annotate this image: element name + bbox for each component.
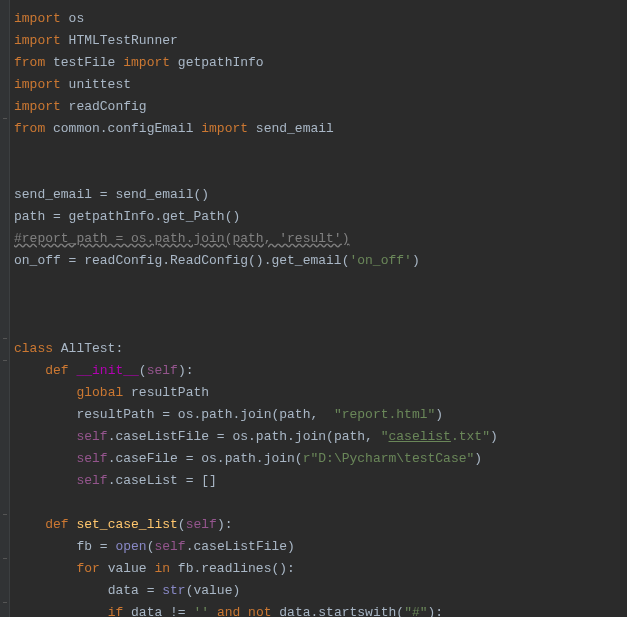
code-line[interactable]: send_email = send_email() bbox=[14, 184, 498, 206]
code-line[interactable]: if data != '' and not data.startswith("#… bbox=[14, 602, 498, 617]
code-token: "#" bbox=[404, 605, 427, 617]
code-token: " bbox=[381, 429, 389, 444]
code-token: resultPath = os.path.join(path bbox=[76, 407, 310, 422]
code-token: from bbox=[14, 55, 53, 70]
code-token: caselist bbox=[389, 429, 451, 444]
code-line[interactable]: def __init__(self): bbox=[14, 360, 498, 382]
code-token: import bbox=[201, 121, 256, 136]
code-token: unittest bbox=[69, 77, 131, 92]
code-token: and not bbox=[217, 605, 279, 617]
code-token bbox=[14, 583, 108, 598]
code-token: , bbox=[310, 407, 333, 422]
code-token: for bbox=[76, 561, 107, 576]
code-line[interactable]: global resultPath bbox=[14, 382, 498, 404]
code-line[interactable] bbox=[14, 272, 498, 294]
code-token bbox=[14, 407, 76, 422]
code-token: set_case_list bbox=[76, 517, 177, 532]
code-token: self bbox=[154, 539, 185, 554]
code-token: fb = bbox=[76, 539, 115, 554]
code-token: from bbox=[14, 121, 53, 136]
code-line[interactable] bbox=[14, 492, 498, 514]
code-token: resultPath bbox=[131, 385, 209, 400]
code-token: ( bbox=[139, 363, 147, 378]
code-token: readConfig bbox=[69, 99, 147, 114]
code-line[interactable]: import os bbox=[14, 8, 498, 30]
code-token: ) bbox=[435, 407, 443, 422]
code-line[interactable] bbox=[14, 316, 498, 338]
code-line[interactable]: on_off = readConfig.ReadConfig().get_ema… bbox=[14, 250, 498, 272]
code-token: data != bbox=[131, 605, 193, 617]
code-token: testFile bbox=[53, 55, 123, 70]
code-token: .caseFile = os.path.join( bbox=[108, 451, 303, 466]
code-line[interactable]: from common.configEmail import send_emai… bbox=[14, 118, 498, 140]
code-token: .caseListFile) bbox=[186, 539, 295, 554]
code-token bbox=[14, 561, 76, 576]
code-token: r"D:\Pycharm\testCase" bbox=[303, 451, 475, 466]
code-token: ) bbox=[490, 429, 498, 444]
code-token: send_email bbox=[256, 121, 334, 136]
code-line[interactable]: import HTMLTestRunner bbox=[14, 30, 498, 52]
code-token: .caseList = [] bbox=[108, 473, 217, 488]
code-token: "report.html" bbox=[334, 407, 435, 422]
code-line[interactable]: import readConfig bbox=[14, 96, 498, 118]
code-token bbox=[14, 451, 76, 466]
code-line[interactable]: class AllTest: bbox=[14, 338, 498, 360]
code-token bbox=[14, 473, 76, 488]
code-token bbox=[14, 605, 108, 617]
code-line[interactable]: import unittest bbox=[14, 74, 498, 96]
code-line[interactable] bbox=[14, 140, 498, 162]
code-token: import bbox=[123, 55, 178, 70]
code-token: value bbox=[108, 561, 155, 576]
code-token: self bbox=[76, 429, 107, 444]
code-token: getpathInfo bbox=[178, 55, 264, 70]
code-line[interactable]: self.caseList = [] bbox=[14, 470, 498, 492]
code-token: if bbox=[108, 605, 131, 617]
code-line[interactable]: path = getpathInfo.get_Path() bbox=[14, 206, 498, 228]
code-token: common.configEmail bbox=[53, 121, 201, 136]
code-line[interactable]: fb = open(self.caseListFile) bbox=[14, 536, 498, 558]
code-token bbox=[14, 429, 76, 444]
code-token bbox=[14, 385, 76, 400]
code-token: open bbox=[115, 539, 146, 554]
code-token: ): bbox=[178, 363, 194, 378]
code-token bbox=[14, 363, 45, 378]
code-token: '' bbox=[193, 605, 209, 617]
code-token: self bbox=[76, 451, 107, 466]
code-token: on_off = readConfig.ReadConfig().get_ema… bbox=[14, 253, 349, 268]
code-token: (value) bbox=[186, 583, 241, 598]
code-token: path = getpathInfo.get_Path() bbox=[14, 209, 240, 224]
code-line[interactable]: resultPath = os.path.join(path, "report.… bbox=[14, 404, 498, 426]
code-token: .caseListFile = os.path.join(path bbox=[108, 429, 365, 444]
code-line[interactable]: data = str(value) bbox=[14, 580, 498, 602]
code-line[interactable]: self.caseListFile = os.path.join(path, "… bbox=[14, 426, 498, 448]
code-token: data.startswith( bbox=[279, 605, 404, 617]
gutter bbox=[0, 0, 10, 617]
code-token: import bbox=[14, 99, 69, 114]
code-token: import bbox=[14, 77, 69, 92]
code-line[interactable]: for value in fb.readlines(): bbox=[14, 558, 498, 580]
code-token: 'on_off' bbox=[349, 253, 411, 268]
code-editor[interactable]: import osimport HTMLTestRunnerfrom testF… bbox=[10, 0, 498, 617]
code-token: data = bbox=[108, 583, 163, 598]
code-token: os bbox=[69, 11, 85, 26]
code-token: #report_path = os.path.join(path, 'resul… bbox=[14, 231, 349, 246]
code-line[interactable]: from testFile import getpathInfo bbox=[14, 52, 498, 74]
code-token: str bbox=[162, 583, 185, 598]
code-line[interactable]: def set_case_list(self): bbox=[14, 514, 498, 536]
code-token: ): bbox=[428, 605, 444, 617]
code-token: ) bbox=[474, 451, 482, 466]
code-token: self bbox=[186, 517, 217, 532]
code-token: .txt" bbox=[451, 429, 490, 444]
code-token: ( bbox=[178, 517, 186, 532]
code-token bbox=[14, 517, 45, 532]
code-token: ) bbox=[412, 253, 420, 268]
code-line[interactable] bbox=[14, 162, 498, 184]
code-token: HTMLTestRunner bbox=[69, 33, 178, 48]
code-line[interactable] bbox=[14, 294, 498, 316]
code-token: def bbox=[45, 517, 76, 532]
code-token: send_email = send_email() bbox=[14, 187, 209, 202]
code-token: AllTest: bbox=[61, 341, 123, 356]
code-token: ): bbox=[217, 517, 233, 532]
code-line[interactable]: self.caseFile = os.path.join(r"D:\Pychar… bbox=[14, 448, 498, 470]
code-line[interactable]: #report_path = os.path.join(path, 'resul… bbox=[14, 228, 498, 250]
